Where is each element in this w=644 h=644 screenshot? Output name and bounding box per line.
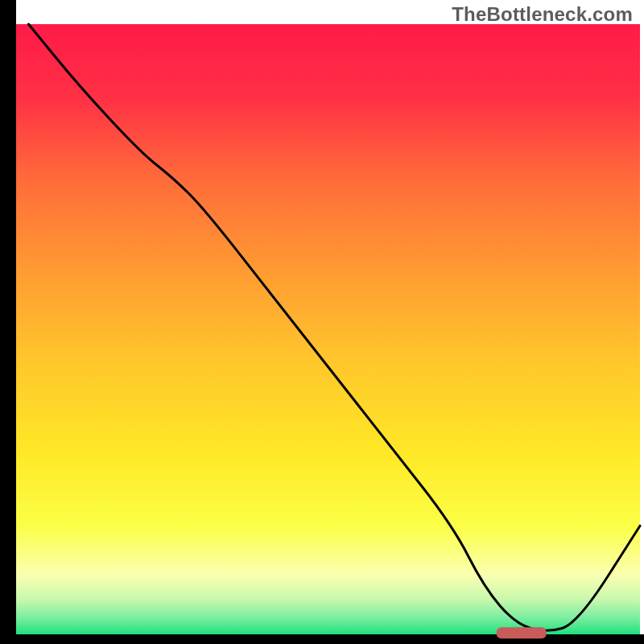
bottleneck-chart (0, 0, 644, 644)
watermark-label: TheBottleneck.com (452, 3, 633, 26)
chart-gradient-background (16, 24, 640, 636)
chart-container: TheBottleneck.com (0, 0, 644, 644)
svg-rect-1 (0, 634, 644, 644)
minimum-marker (497, 627, 547, 638)
svg-rect-0 (0, 0, 16, 644)
